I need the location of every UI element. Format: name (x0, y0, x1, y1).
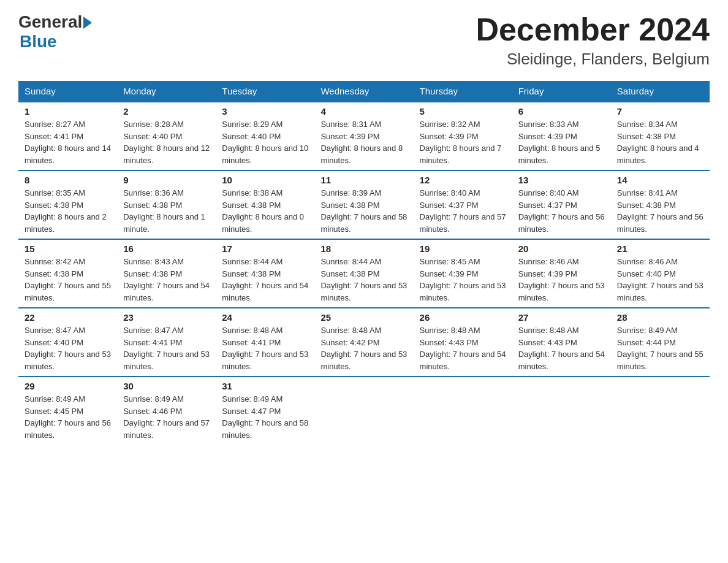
day-info: Sunrise: 8:48 AMSunset: 4:43 PMDaylight:… (420, 324, 506, 372)
calendar-cell: 21Sunrise: 8:46 AMSunset: 4:40 PMDayligh… (611, 239, 710, 308)
calendar-cell (314, 377, 413, 445)
day-number: 2 (123, 106, 210, 117)
day-number: 8 (25, 175, 111, 185)
calendar-week-row: 15Sunrise: 8:42 AMSunset: 4:38 PMDayligh… (18, 239, 710, 308)
day-number: 22 (25, 312, 111, 323)
calendar-cell: 17Sunrise: 8:44 AMSunset: 4:38 PMDayligh… (216, 239, 314, 308)
day-number: 26 (420, 312, 506, 323)
day-number: 31 (222, 381, 308, 391)
day-number: 16 (123, 243, 210, 254)
day-number: 7 (617, 106, 703, 117)
day-number: 1 (25, 106, 111, 117)
logo: General Blue (18, 12, 92, 52)
day-info: Sunrise: 8:41 AMSunset: 4:38 PMDaylight:… (617, 187, 703, 235)
day-info: Sunrise: 8:34 AMSunset: 4:38 PMDaylight:… (617, 118, 703, 166)
calendar-cell: 28Sunrise: 8:49 AMSunset: 4:44 PMDayligh… (611, 308, 710, 377)
calendar-cell: 5Sunrise: 8:32 AMSunset: 4:39 PMDaylight… (414, 102, 512, 170)
day-info: Sunrise: 8:32 AMSunset: 4:39 PMDaylight:… (420, 118, 506, 166)
day-info: Sunrise: 8:40 AMSunset: 4:37 PMDaylight:… (518, 187, 605, 235)
day-number: 23 (123, 312, 210, 323)
calendar-cell: 26Sunrise: 8:48 AMSunset: 4:43 PMDayligh… (414, 308, 512, 377)
day-info: Sunrise: 8:38 AMSunset: 4:38 PMDaylight:… (222, 187, 308, 235)
day-info: Sunrise: 8:48 AMSunset: 4:41 PMDaylight:… (222, 324, 308, 372)
day-number: 27 (518, 312, 605, 323)
day-info: Sunrise: 8:31 AMSunset: 4:39 PMDaylight:… (320, 118, 407, 166)
day-number: 25 (320, 312, 407, 323)
calendar-week-row: 1Sunrise: 8:27 AMSunset: 4:41 PMDaylight… (18, 102, 710, 170)
day-info: Sunrise: 8:36 AMSunset: 4:38 PMDaylight:… (123, 187, 210, 235)
calendar-day-header: Sunday (18, 81, 117, 102)
day-info: Sunrise: 8:48 AMSunset: 4:42 PMDaylight:… (320, 324, 407, 372)
calendar-cell: 29Sunrise: 8:49 AMSunset: 4:45 PMDayligh… (18, 377, 117, 445)
logo-triangle-icon (83, 17, 92, 29)
page-header: General Blue December 2024 Sleidinge, Fl… (18, 12, 710, 69)
calendar-cell: 23Sunrise: 8:47 AMSunset: 4:41 PMDayligh… (117, 308, 216, 377)
day-number: 24 (222, 312, 308, 323)
day-info: Sunrise: 8:39 AMSunset: 4:38 PMDaylight:… (320, 187, 407, 235)
day-number: 17 (222, 243, 308, 254)
day-info: Sunrise: 8:49 AMSunset: 4:44 PMDaylight:… (617, 324, 703, 372)
calendar-cell: 3Sunrise: 8:29 AMSunset: 4:40 PMDaylight… (216, 102, 314, 170)
day-number: 14 (617, 175, 703, 185)
day-number: 12 (420, 175, 506, 185)
day-number: 21 (617, 243, 703, 254)
day-info: Sunrise: 8:45 AMSunset: 4:39 PMDaylight:… (420, 256, 506, 304)
day-number: 29 (25, 381, 111, 391)
page-title: December 2024 (476, 12, 710, 47)
day-info: Sunrise: 8:47 AMSunset: 4:40 PMDaylight:… (25, 324, 111, 372)
calendar-cell: 15Sunrise: 8:42 AMSunset: 4:38 PMDayligh… (18, 239, 117, 308)
calendar-cell: 14Sunrise: 8:41 AMSunset: 4:38 PMDayligh… (611, 170, 710, 239)
calendar-header-row: SundayMondayTuesdayWednesdayThursdayFrid… (18, 81, 710, 102)
title-block: December 2024 Sleidinge, Flanders, Belgi… (476, 12, 710, 69)
day-info: Sunrise: 8:44 AMSunset: 4:38 PMDaylight:… (222, 256, 308, 304)
calendar-cell: 20Sunrise: 8:46 AMSunset: 4:39 PMDayligh… (512, 239, 611, 308)
day-number: 18 (320, 243, 407, 254)
calendar-cell: 22Sunrise: 8:47 AMSunset: 4:40 PMDayligh… (18, 308, 117, 377)
calendar-cell: 24Sunrise: 8:48 AMSunset: 4:41 PMDayligh… (216, 308, 314, 377)
calendar-cell: 7Sunrise: 8:34 AMSunset: 4:38 PMDaylight… (611, 102, 710, 170)
day-info: Sunrise: 8:47 AMSunset: 4:41 PMDaylight:… (123, 324, 210, 372)
calendar-week-row: 22Sunrise: 8:47 AMSunset: 4:40 PMDayligh… (18, 308, 710, 377)
calendar-cell (512, 377, 611, 445)
day-number: 3 (222, 106, 308, 117)
day-number: 13 (518, 175, 605, 185)
calendar-cell: 31Sunrise: 8:49 AMSunset: 4:47 PMDayligh… (216, 377, 314, 445)
day-info: Sunrise: 8:49 AMSunset: 4:45 PMDaylight:… (25, 393, 111, 441)
calendar-day-header: Saturday (611, 81, 710, 102)
calendar-day-header: Tuesday (216, 81, 314, 102)
day-info: Sunrise: 8:40 AMSunset: 4:37 PMDaylight:… (420, 187, 506, 235)
day-number: 10 (222, 175, 308, 185)
day-number: 5 (420, 106, 506, 117)
calendar-cell: 6Sunrise: 8:33 AMSunset: 4:39 PMDaylight… (512, 102, 611, 170)
calendar-cell: 30Sunrise: 8:49 AMSunset: 4:46 PMDayligh… (117, 377, 216, 445)
calendar-cell: 12Sunrise: 8:40 AMSunset: 4:37 PMDayligh… (414, 170, 512, 239)
calendar-cell (414, 377, 512, 445)
day-info: Sunrise: 8:49 AMSunset: 4:47 PMDaylight:… (222, 393, 308, 441)
day-number: 11 (320, 175, 407, 185)
calendar-day-header: Thursday (414, 81, 512, 102)
calendar-cell: 16Sunrise: 8:43 AMSunset: 4:38 PMDayligh… (117, 239, 216, 308)
calendar-cell: 2Sunrise: 8:28 AMSunset: 4:40 PMDaylight… (117, 102, 216, 170)
day-number: 19 (420, 243, 506, 254)
calendar-cell: 8Sunrise: 8:35 AMSunset: 4:38 PMDaylight… (18, 170, 117, 239)
day-info: Sunrise: 8:43 AMSunset: 4:38 PMDaylight:… (123, 256, 210, 304)
calendar-day-header: Friday (512, 81, 611, 102)
day-number: 9 (123, 175, 210, 185)
calendar-cell: 18Sunrise: 8:44 AMSunset: 4:38 PMDayligh… (314, 239, 413, 308)
day-info: Sunrise: 8:29 AMSunset: 4:40 PMDaylight:… (222, 118, 308, 166)
day-info: Sunrise: 8:27 AMSunset: 4:41 PMDaylight:… (25, 118, 111, 166)
day-number: 30 (123, 381, 210, 391)
day-info: Sunrise: 8:49 AMSunset: 4:46 PMDaylight:… (123, 393, 210, 441)
day-info: Sunrise: 8:44 AMSunset: 4:38 PMDaylight:… (320, 256, 407, 304)
day-number: 4 (320, 106, 407, 117)
day-number: 6 (518, 106, 605, 117)
calendar-table: SundayMondayTuesdayWednesdayThursdayFrid… (18, 81, 710, 445)
day-info: Sunrise: 8:48 AMSunset: 4:43 PMDaylight:… (518, 324, 605, 372)
calendar-cell: 4Sunrise: 8:31 AMSunset: 4:39 PMDaylight… (314, 102, 413, 170)
calendar-cell: 1Sunrise: 8:27 AMSunset: 4:41 PMDaylight… (18, 102, 117, 170)
calendar-day-header: Monday (117, 81, 216, 102)
calendar-week-row: 8Sunrise: 8:35 AMSunset: 4:38 PMDaylight… (18, 170, 710, 239)
calendar-week-row: 29Sunrise: 8:49 AMSunset: 4:45 PMDayligh… (18, 377, 710, 445)
day-info: Sunrise: 8:33 AMSunset: 4:39 PMDaylight:… (518, 118, 605, 166)
logo-general-text: General (18, 12, 82, 32)
